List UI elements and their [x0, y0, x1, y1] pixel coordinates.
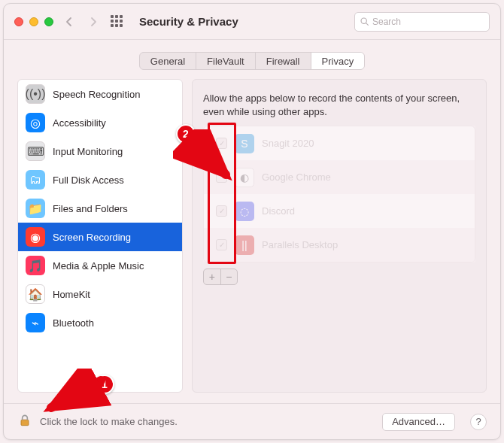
svg-rect-2 [21, 420, 29, 426]
privacy-sidebar: ((•))Speech Recognition◎Accessibility⌨︎I… [17, 79, 183, 393]
app-permission-list: ✓SSnagit 2020◐Google Chrome✓◌Discord✓||P… [203, 126, 475, 262]
sidebar-item-speech-recognition[interactable]: ((•))Speech Recognition [18, 80, 182, 108]
grid-icon [111, 15, 124, 29]
app-row-google-chrome: ◐Google Chrome [204, 160, 475, 194]
input-monitoring-icon: ⌨︎ [26, 141, 45, 161]
app-label: Snagit 2020 [262, 138, 314, 149]
app-checkbox[interactable]: ✓ [216, 239, 227, 250]
footer: Click the lock to make changes. Advanced… [4, 403, 500, 439]
full-disk-access-icon: 🗂 [26, 170, 45, 190]
preferences-window: Security & Privacy Search GeneralFileVau… [3, 3, 501, 440]
app-label: Parallels Desktop [262, 239, 338, 250]
tab-general[interactable]: General [140, 53, 196, 69]
search-icon [360, 17, 369, 26]
sidebar-item-label: Screen Recording [53, 232, 131, 243]
app-icon: || [235, 235, 254, 255]
screen-recording-icon: ◉ [26, 227, 45, 247]
window-controls [14, 17, 53, 26]
accessibility-icon: ◎ [26, 113, 45, 132]
sidebar-item-label: HomeKit [53, 289, 90, 300]
sidebar-item-accessibility[interactable]: ◎Accessibility [18, 108, 182, 137]
help-button[interactable]: ? [470, 414, 487, 430]
sidebar-item-input-monitoring[interactable]: ⌨︎Input Monitoring [18, 137, 182, 165]
sidebar-item-label: Bluetooth [53, 317, 94, 329]
sidebar-item-homekit[interactable]: 🏠HomeKit [18, 280, 182, 308]
tab-privacy[interactable]: Privacy [311, 53, 365, 69]
files-and-folders-icon: 📁 [26, 199, 45, 218]
lock-text: Click the lock to make changes. [40, 416, 178, 427]
show-all-button[interactable] [109, 14, 126, 30]
svg-line-1 [366, 23, 369, 26]
search-placeholder: Search [372, 17, 401, 27]
app-row-snagit-2020: ✓SSnagit 2020 [204, 126, 475, 160]
app-label: Discord [262, 205, 295, 217]
sidebar-item-files-and-folders[interactable]: 📁Files and Folders [18, 194, 182, 223]
app-checkbox[interactable]: ✓ [216, 205, 227, 217]
titlebar: Security & Privacy Search [4, 4, 500, 40]
app-icon: S [235, 134, 254, 153]
panel-description: Allow the apps below to record the conte… [203, 92, 475, 118]
bluetooth-icon: ⌁ [26, 313, 45, 332]
sidebar-item-label: Files and Folders [53, 203, 128, 214]
media-apple-music-icon: 🎵 [26, 256, 45, 275]
sidebar-item-bluetooth[interactable]: ⌁Bluetooth [18, 308, 182, 337]
content-area: ((•))Speech Recognition◎Accessibility⌨︎I… [4, 79, 500, 403]
privacy-panel: Allow the apps below to record the conte… [192, 79, 487, 393]
sidebar-item-label: Full Disk Access [53, 174, 124, 186]
add-remove-control: + − [203, 269, 238, 285]
tab-firewall[interactable]: Firewall [256, 53, 311, 69]
forward-button[interactable] [85, 14, 102, 30]
app-icon: ◐ [235, 168, 254, 187]
app-checkbox[interactable]: ✓ [216, 138, 227, 149]
back-button[interactable] [61, 14, 77, 30]
app-row-parallels-desktop: ✓||Parallels Desktop [204, 228, 475, 262]
app-label: Google Chrome [262, 171, 331, 183]
sidebar-item-label: Media & Apple Music [53, 260, 144, 272]
homekit-icon: 🏠 [26, 284, 45, 304]
sidebar-item-full-disk-access[interactable]: 🗂Full Disk Access [18, 165, 182, 194]
sidebar-item-label: Accessibility [53, 117, 106, 129]
add-app-button[interactable]: + [204, 269, 221, 284]
search-input[interactable]: Search [354, 12, 490, 32]
window-title: Security & Privacy [139, 15, 238, 28]
tab-filevault[interactable]: FileVault [196, 53, 256, 69]
sidebar-item-label: Speech Recognition [53, 89, 140, 100]
remove-app-button[interactable]: − [221, 269, 238, 284]
lock-icon[interactable] [17, 413, 32, 430]
advanced-button[interactable]: Advanced… [382, 413, 455, 431]
close-window-button[interactable] [14, 17, 23, 26]
app-checkbox[interactable] [216, 171, 227, 183]
zoom-window-button[interactable] [44, 17, 53, 26]
app-row-discord: ✓◌Discord [204, 194, 475, 228]
app-icon: ◌ [235, 202, 254, 221]
tabs-row: GeneralFileVaultFirewallPrivacy [4, 40, 500, 79]
minimize-window-button[interactable] [29, 17, 38, 26]
sidebar-item-label: Input Monitoring [53, 146, 123, 157]
sidebar-item-screen-recording[interactable]: ◉Screen Recording [18, 223, 182, 251]
sidebar-item-media-apple-music[interactable]: 🎵Media & Apple Music [18, 251, 182, 280]
speech-recognition-icon: ((•)) [26, 84, 45, 104]
tabs: GeneralFileVaultFirewallPrivacy [139, 52, 365, 70]
